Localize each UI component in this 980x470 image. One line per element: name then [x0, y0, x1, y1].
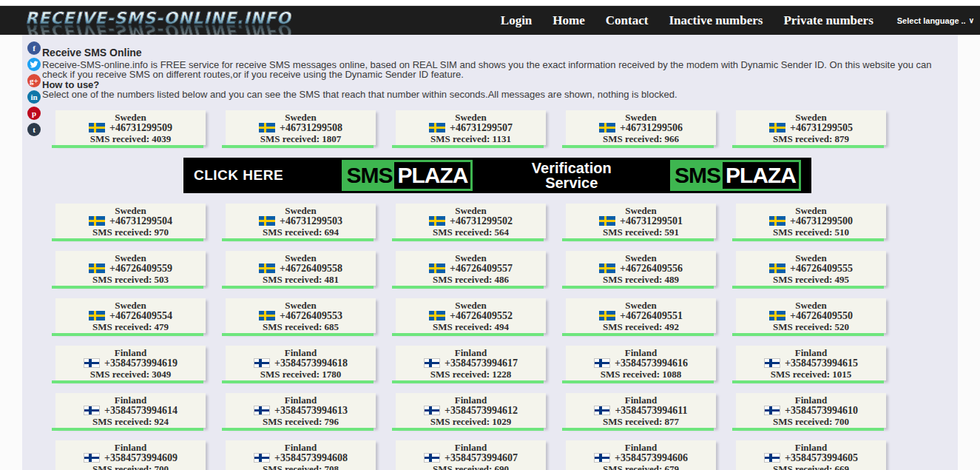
number-line: +3584573994615	[736, 358, 886, 369]
phone-number-card[interactable]: Sweden +46726409559 SMS received: 503	[55, 251, 206, 286]
nav-link-home[interactable]: Home	[552, 13, 584, 28]
country-label: Sweden	[566, 204, 716, 216]
banner-verification-label: Verification Service	[532, 161, 612, 190]
numbers-row: Sweden +46726409554 SMS received: 479 Sw…	[55, 298, 958, 333]
phone-number-card[interactable]: Sweden +46726409557 SMS received: 486	[396, 251, 546, 286]
country-label: Finland	[226, 393, 376, 406]
tumblr-icon[interactable]: t	[27, 123, 41, 136]
twitter-icon[interactable]	[27, 58, 41, 71]
phone-number-card[interactable]: Finland +3584573994607 SMS received: 690	[396, 440, 546, 470]
phone-number-card[interactable]: Sweden +46731299506 SMS received: 966	[566, 110, 716, 145]
phone-number-card[interactable]: Finland +3584573994618 SMS received: 178…	[226, 346, 376, 380]
sweden-flag-icon	[599, 263, 615, 273]
sms-count: SMS received: 489	[566, 274, 716, 285]
phone-number-card[interactable]: Sweden +46726409555 SMS received: 495	[736, 251, 886, 286]
number-line: +3584573994618	[226, 358, 376, 369]
country-label: Sweden	[226, 298, 376, 311]
phone-number-card[interactable]: Finland +3584573994608 SMS received: 708	[226, 440, 376, 470]
number-line: +3584573994611	[566, 406, 716, 416]
phone-number-card[interactable]: Sweden +46731299503 SMS received: 694	[226, 204, 376, 238]
phone-number-card[interactable]: Sweden +46731299502 SMS received: 564	[396, 204, 546, 238]
sms-count: SMS received: 966	[566, 133, 716, 144]
phone-number-card[interactable]: Sweden +46731299504 SMS received: 970	[55, 204, 206, 238]
googleplus-icon[interactable]: g+	[27, 74, 41, 87]
phone-number-card[interactable]: Finland +3584573994609 SMS received: 700	[55, 440, 206, 470]
sms-count: SMS received: 495	[736, 274, 886, 285]
country-label: Sweden	[736, 251, 886, 263]
sweden-flag-icon	[769, 123, 785, 132]
phone-number-card[interactable]: Finland +3584573994614 SMS received: 924	[55, 393, 206, 428]
facebook-icon[interactable]: f	[27, 41, 41, 55]
main-nav: LoginHomeContactInactive numbersPrivate …	[501, 13, 974, 28]
phone-number: +3584573994613	[274, 406, 348, 416]
phone-number-card[interactable]: Sweden +46731299507 SMS received: 1131	[396, 110, 546, 145]
numbers-row: Finland +3584573994614 SMS received: 924…	[55, 393, 958, 428]
sms-count: SMS received: 3049	[55, 369, 206, 380]
phone-number: +46726409554	[109, 311, 172, 321]
navbar: RECEIVE-SMS-ONLINE.INFO RECEIVE-SMS-ONLI…	[0, 6, 980, 35]
phone-number-card[interactable]: Finland +3584573994619 SMS received: 304…	[55, 346, 206, 380]
window-top-strip	[0, 0, 980, 6]
pinterest-icon[interactable]: p	[27, 107, 41, 120]
phone-number-card[interactable]: Sweden +46726409554 SMS received: 479	[55, 298, 206, 333]
nav-link-private-numbers[interactable]: Private numbers	[783, 13, 873, 28]
country-label: Sweden	[566, 251, 716, 263]
linkedin-icon[interactable]: in	[27, 90, 41, 104]
number-line: +46731299507	[396, 123, 546, 133]
phone-number: +3584573994612	[445, 406, 518, 416]
nav-link-inactive-numbers[interactable]: Inactive numbers	[669, 13, 763, 28]
nav-link-login[interactable]: Login	[501, 13, 533, 28]
phone-number-card[interactable]: Sweden +46726409558 SMS received: 481	[226, 251, 376, 286]
phone-number-card[interactable]: Sweden +46726409556 SMS received: 489	[566, 251, 716, 286]
country-label: Finland	[396, 393, 546, 406]
how-to-use-text: Select one of the numbers listed below a…	[42, 90, 944, 100]
phone-number: +46731299509	[109, 123, 172, 133]
number-line: +46731299506	[566, 123, 716, 133]
number-line: +46726409557	[396, 263, 546, 274]
smsplaza-ad-banner[interactable]: CLICK HERE SMS PLAZA Verification Servic…	[183, 158, 811, 193]
finland-flag-icon	[764, 406, 780, 415]
phone-number-card[interactable]: Sweden +46726409551 SMS received: 492	[566, 298, 716, 333]
phone-number-card[interactable]: Sweden +46731299501 SMS received: 591	[566, 204, 716, 238]
sweden-flag-icon	[259, 263, 275, 273]
number-line: +46731299503	[226, 216, 376, 226]
country-label: Finland	[396, 440, 546, 453]
numbers-row: Sweden +46726409559 SMS received: 503 Sw…	[55, 251, 958, 286]
language-selector[interactable]: Select language .. ∨	[897, 16, 974, 25]
sms-count: SMS received: 700	[55, 463, 206, 470]
sweden-flag-icon	[429, 123, 445, 132]
phone-number-card[interactable]: Finland +3584573994616 SMS received: 108…	[566, 346, 716, 380]
phone-number: +46731299505	[790, 123, 853, 133]
phone-number: +46726409558	[280, 263, 342, 274]
phone-number-card[interactable]: Finland +3584573994617 SMS received: 122…	[396, 346, 546, 380]
finland-flag-icon	[764, 453, 780, 463]
phone-number-card[interactable]: Sweden +46726409553 SMS received: 685	[226, 298, 376, 333]
nav-link-contact[interactable]: Contact	[606, 13, 649, 28]
phone-number: +3584573994619	[104, 358, 178, 369]
sms-count: SMS received: 1807	[226, 133, 376, 144]
phone-number-card[interactable]: Finland +3584573994611 SMS received: 877	[566, 393, 716, 428]
phone-number: +46726409553	[280, 311, 342, 321]
sweden-flag-icon	[599, 311, 615, 320]
numbers-row: Sweden +46731299509 SMS received: 4039 S…	[55, 110, 958, 145]
number-line: +3584573994619	[55, 358, 206, 369]
phone-number-card[interactable]: Sweden +46726409552 SMS received: 494	[396, 298, 546, 333]
phone-number-card[interactable]: Finland +3584573994613 SMS received: 796	[226, 393, 376, 428]
phone-number-card[interactable]: Sweden +46726409550 SMS received: 520	[736, 298, 886, 333]
phone-number-card[interactable]: Finland +3584573994605 SMS received: 669	[736, 440, 886, 470]
phone-number-card[interactable]: Finland +3584573994606 SMS received: 679	[566, 440, 716, 470]
phone-number-card[interactable]: Sweden +46731299505 SMS received: 879	[736, 110, 886, 145]
phone-number-card[interactable]: Finland +3584573994615 SMS received: 101…	[736, 346, 886, 380]
sms-count: SMS received: 494	[396, 321, 546, 332]
country-label: Finland	[566, 393, 716, 406]
phone-number-card[interactable]: Sweden +46731299508 SMS received: 1807	[226, 110, 376, 145]
site-logo[interactable]: RECEIVE-SMS-ONLINE.INFO RECEIVE-SMS-ONLI…	[25, 11, 291, 38]
sms-count: SMS received: 1015	[736, 369, 886, 380]
sweden-flag-icon	[259, 123, 275, 132]
phone-number-card[interactable]: Sweden +46731299500 SMS received: 510	[736, 204, 886, 238]
phone-number-card[interactable]: Finland +3584573994610 SMS received: 700	[736, 393, 886, 428]
phone-number: +46726409551	[620, 311, 683, 321]
phone-number-card[interactable]: Sweden +46731299509 SMS received: 4039	[55, 110, 206, 145]
phone-number: +3584573994611	[615, 406, 687, 416]
phone-number-card[interactable]: Finland +3584573994612 SMS received: 102…	[396, 393, 546, 428]
